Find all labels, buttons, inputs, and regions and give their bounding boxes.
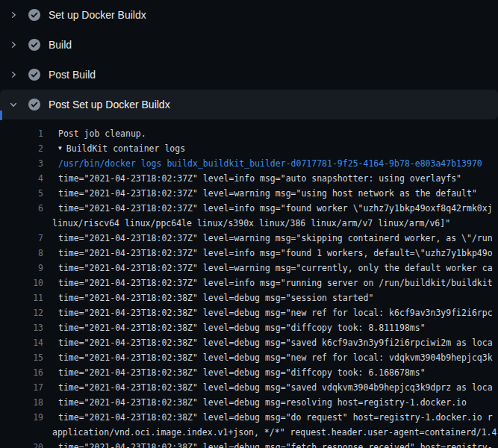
log-line-number[interactable]: 19 — [0, 410, 43, 425]
log-line-number[interactable]: 20 — [0, 440, 43, 448]
chevron-down-icon[interactable] — [9, 100, 18, 109]
log-line: 9 time="2021-04-23T18:02:37Z" level=warn… — [0, 261, 498, 276]
log-line: 2 ▼BuildKit container logs — [0, 141, 498, 156]
check-circle-icon — [28, 39, 40, 51]
log-line-number[interactable]: 6 — [0, 201, 43, 216]
log-line: 20 time="2021-04-23T18:02:38Z" level=deb… — [0, 440, 498, 448]
log-line-text: BuildKit container logs — [62, 141, 185, 156]
log-line: 11 time="2021-04-23T18:02:38Z" level=deb… — [0, 290, 498, 305]
check-circle-icon — [28, 99, 40, 111]
step-title: Set up Docker Buildx — [49, 9, 146, 21]
step-title: Build — [49, 39, 72, 51]
log-line-text: time="2021-04-23T18:02:37Z" level=info m… — [43, 201, 493, 216]
log-line: 5 time="2021-04-23T18:02:37Z" level=warn… — [0, 186, 498, 201]
steps-list: Set up Docker Buildx Build P — [0, 0, 498, 119]
log-line-number[interactable]: 16 — [0, 365, 43, 380]
log-line-number[interactable]: 13 — [0, 320, 43, 335]
log-line-number[interactable]: 8 — [0, 246, 43, 261]
log-line-text: Post job cleanup. — [43, 126, 146, 141]
log-line-number[interactable]: 3 — [0, 156, 43, 171]
log-line-text: time="2021-04-23T18:02:38Z" level=debug … — [43, 335, 493, 350]
log-line-number[interactable]: 2 — [0, 141, 43, 156]
step-header[interactable]: Build — [0, 30, 498, 60]
log-line-number[interactable]: 14 — [0, 335, 43, 350]
actions-log-viewer: Set up Docker Buildx Build P — [0, 0, 498, 448]
log-line-text: time="2021-04-23T18:02:37Z" level=warnin… — [43, 186, 477, 201]
log-line: 17 time="2021-04-23T18:02:38Z" level=deb… — [0, 380, 498, 395]
left-accent-bar — [0, 111, 2, 120]
log-line-number[interactable]: 11 — [0, 290, 43, 305]
log-line: 1 Post job cleanup. — [0, 126, 498, 141]
log-line: 14 time="2021-04-23T18:02:38Z" level=deb… — [0, 335, 498, 350]
log-line-number[interactable]: 10 — [0, 276, 43, 290]
log-line-text: time="2021-04-23T18:02:37Z" level=info m… — [43, 246, 493, 261]
log-line: 4 time="2021-04-23T18:02:37Z" level=info… — [0, 171, 498, 186]
log-line: application/vnd.oci.image.index.v1+json,… — [0, 425, 498, 440]
log-line-text: time="2021-04-23T18:02:38Z" level=debug … — [43, 305, 493, 320]
log-line-number[interactable]: 4 — [0, 171, 43, 186]
check-circle-icon — [28, 69, 40, 81]
log-line: 12 time="2021-04-23T18:02:38Z" level=deb… — [0, 305, 498, 320]
log-line-text: time="2021-04-23T18:02:38Z" level=debug … — [43, 440, 493, 448]
log-line: 16 time="2021-04-23T18:02:38Z" level=deb… — [0, 365, 498, 380]
log-line-text: time="2021-04-23T18:02:38Z" level=debug … — [43, 290, 373, 305]
log-line-text: time="2021-04-23T18:02:38Z" level=debug … — [43, 350, 493, 365]
log-line: 19 time="2021-04-23T18:02:38Z" level=deb… — [0, 410, 498, 425]
collapse-triangle-icon[interactable]: ▼ — [43, 141, 62, 156]
log-output: 1 Post job cleanup. 2 ▼BuildKit containe… — [0, 119, 498, 448]
log-line: 13 time="2021-04-23T18:02:38Z" level=deb… — [0, 320, 498, 335]
log-line-number[interactable]: 12 — [0, 305, 43, 320]
log-line-number[interactable]: 15 — [0, 350, 43, 365]
log-line: 6 time="2021-04-23T18:02:37Z" level=info… — [0, 201, 498, 216]
chevron-right-icon[interactable] — [9, 10, 18, 19]
step-header[interactable]: Post Build — [0, 60, 498, 90]
log-line-text: time="2021-04-23T18:02:37Z" level=info m… — [43, 276, 493, 290]
log-line-text: linux/riscv64 linux/ppc64le linux/s390x … — [43, 216, 450, 231]
log-line-text: time="2021-04-23T18:02:37Z" level=info m… — [43, 171, 461, 186]
log-line-text: /usr/bin/docker logs buildx_buildkit_bui… — [43, 156, 482, 171]
log-line: 18 time="2021-04-23T18:02:38Z" level=deb… — [0, 395, 498, 410]
log-line: 15 time="2021-04-23T18:02:38Z" level=deb… — [0, 350, 498, 365]
log-line-number[interactable]: 5 — [0, 186, 43, 201]
log-line-text: time="2021-04-23T18:02:37Z" level=warnin… — [43, 261, 493, 276]
log-line: linux/riscv64 linux/ppc64le linux/s390x … — [0, 216, 498, 231]
log-line: 3 /usr/bin/docker logs buildx_buildkit_b… — [0, 156, 498, 171]
log-line-text: time="2021-04-23T18:02:37Z" level=warnin… — [43, 231, 493, 246]
log-line-number[interactable]: 7 — [0, 231, 43, 246]
chevron-right-icon[interactable] — [9, 70, 18, 79]
step-title: Post Set up Docker Buildx — [49, 99, 170, 111]
log-line-text: time="2021-04-23T18:02:38Z" level=debug … — [43, 395, 467, 410]
check-circle-icon — [28, 9, 40, 21]
log-line-text: time="2021-04-23T18:02:38Z" level=debug … — [43, 410, 493, 425]
log-line-number[interactable]: 18 — [0, 395, 43, 410]
log-line-number[interactable] — [0, 216, 43, 231]
log-line: 10 time="2021-04-23T18:02:37Z" level=inf… — [0, 276, 498, 290]
log-line-text: time="2021-04-23T18:02:38Z" level=debug … — [43, 365, 426, 380]
chevron-right-icon[interactable] — [9, 40, 18, 49]
log-line-number[interactable] — [0, 425, 43, 440]
log-line-text: application/vnd.oci.image.index.v1+json,… — [43, 425, 497, 440]
step-title: Post Build — [49, 69, 96, 81]
step-header[interactable]: Set up Docker Buildx — [0, 0, 498, 30]
log-line: 7 time="2021-04-23T18:02:37Z" level=warn… — [0, 231, 498, 246]
log-line-text: time="2021-04-23T18:02:38Z" level=debug … — [43, 380, 493, 395]
log-line-number[interactable]: 1 — [0, 126, 43, 141]
log-line: 8 time="2021-04-23T18:02:37Z" level=info… — [0, 246, 498, 261]
step-header[interactable]: Post Set up Docker Buildx — [0, 90, 498, 119]
log-line-number[interactable]: 17 — [0, 380, 43, 395]
log-line-text: time="2021-04-23T18:02:38Z" level=debug … — [43, 320, 426, 335]
log-line-number[interactable]: 9 — [0, 261, 43, 276]
